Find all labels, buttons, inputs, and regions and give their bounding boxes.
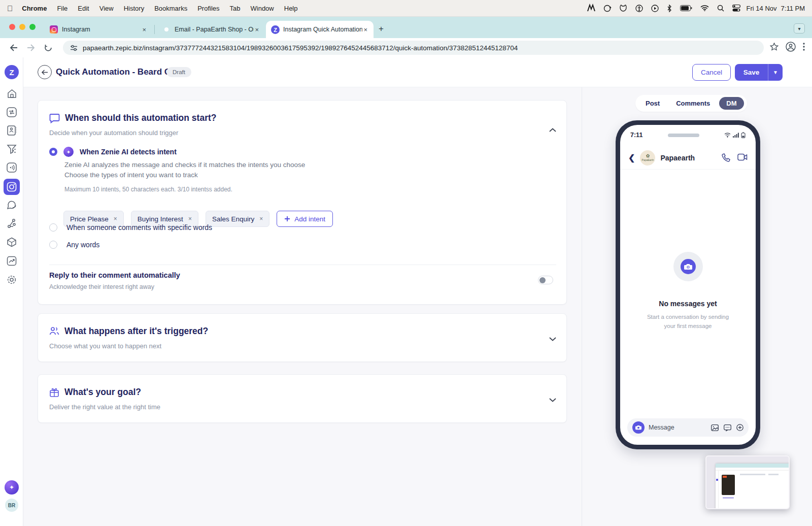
site-info-icon[interactable] [70,44,78,52]
section-goal: What's your goal? Deliver the right valu… [38,374,567,423]
forward-icon[interactable] [24,41,38,54]
spotlight-search-icon[interactable] [717,5,724,12]
url-field[interactable]: papaearth.zepic.biz/instagram/3737772443… [63,41,764,55]
zepic-logo[interactable]: Z [5,65,19,79]
sidebar-item-instagram[interactable] [4,179,20,195]
menu-history[interactable]: History [124,5,144,12]
tab-close-icon[interactable]: × [362,26,368,34]
user-avatar[interactable]: BR [5,499,18,512]
sidebar-item-settings[interactable] [6,274,18,286]
radio-option-zenie-ai[interactable]: ✦ When Zenie AI detects intent [49,147,177,157]
sidebar-item-segments[interactable] [6,143,18,155]
intent-chip[interactable]: Sales Enquiry × [206,211,269,227]
chat-header: ❮ ✿PapaEarth Papaearth [620,146,756,170]
bluetooth-icon[interactable] [667,5,672,12]
new-tab-button[interactable]: + [379,24,384,34]
page-title: Quick Automation - Beard Oil [56,67,176,77]
save-button[interactable]: Save ▼ [735,64,783,81]
radio-selected-icon[interactable] [49,148,57,156]
expand-chevron-down-icon[interactable] [549,395,556,404]
remove-intent-icon[interactable]: × [114,215,117,222]
macos-menubar:  Chrome File Edit View History Bookmark… [0,0,812,17]
menu-app-name[interactable]: Chrome [22,5,47,12]
back-icon[interactable] [7,41,20,54]
sidebar-item-flows[interactable] [6,106,18,118]
radio-unselected-icon[interactable] [49,241,57,249]
close-window-button[interactable] [9,24,15,30]
address-bar: papaearth.zepic.biz/instagram/3737772443… [0,38,812,57]
intent-limit-note: Maximum 10 intents, 50 characters each. … [64,186,232,193]
play-circle-icon[interactable] [651,5,659,12]
chrome-menu-icon[interactable] [803,43,805,53]
section-title: What's your goal? [64,387,141,398]
panel-divider [582,87,582,526]
menu-window[interactable]: Window [251,5,274,12]
url-text: papaearth.zepic.biz/instagram/3737772443… [83,44,518,52]
sidebar-item-journeys[interactable] [6,217,18,229]
remove-intent-icon[interactable]: × [188,215,192,222]
accessibility-icon[interactable] [635,5,643,12]
sidebar-item-broadcast[interactable] [6,161,18,174]
bookmark-star-icon[interactable] [770,43,779,53]
section-title: When should this automation start? [65,113,216,123]
expand-chevron-down-icon[interactable] [549,334,556,343]
save-options-chevron-icon[interactable]: ▼ [768,70,783,75]
logo-m-icon[interactable] [587,5,595,12]
apple-menu-icon[interactable]:  [7,4,13,13]
battery-icon[interactable] [680,5,692,11]
sidebar-item-inbox[interactable] [6,199,18,211]
back-button[interactable] [38,65,52,79]
empty-state-title: No messages yet [659,300,717,308]
status-badge: Draft [166,67,191,77]
menu-view[interactable]: View [99,5,114,12]
radio-option-specific-words[interactable]: When someone comments with specific word… [49,223,212,232]
phone-call-icon[interactable] [721,153,730,162]
menu-profiles[interactable]: Profiles [197,5,219,12]
remove-intent-icon[interactable]: × [259,215,263,222]
wifi-icon [724,133,731,138]
tab-close-icon[interactable]: × [254,26,260,34]
tab-quick-automation[interactable]: Z Instagram Quick Automation × [266,21,374,38]
sidebar-item-analytics[interactable] [6,255,18,267]
minimize-window-button[interactable] [19,24,25,30]
tab-search-chevron-icon[interactable]: ▾ [794,23,805,34]
menubar-time[interactable]: 7:11 PM [781,5,805,12]
sync-icon[interactable] [603,5,611,12]
collapse-chevron-up-icon[interactable] [549,125,556,134]
chevron-left-icon[interactable]: ❮ [628,153,635,162]
sidebar-item-home[interactable] [6,87,18,100]
image-icon [711,424,719,431]
camera-icon [681,259,696,274]
wifi-icon[interactable] [700,5,709,11]
sidebar-item-contacts[interactable] [6,124,18,137]
tab-close-icon[interactable]: × [141,26,147,34]
menu-edit[interactable]: Edit [78,5,89,12]
radio-option-any-words[interactable]: Any words [49,241,99,249]
reload-icon[interactable] [42,41,55,54]
control-center-icon[interactable] [732,5,740,12]
instagram-favicon [50,25,58,34]
maximize-window-button[interactable] [29,24,36,30]
add-intent-button[interactable]: Add intent [277,211,333,227]
menubar-date[interactable]: Fri 14 Nov [747,5,777,12]
app-sidebar: Z ✦ B [0,57,23,526]
tab-email[interactable]: Email - PapaEarth Shop - Out × [157,21,265,38]
profile-icon[interactable] [786,42,796,54]
sidebar-item-products[interactable] [6,236,18,248]
cat-icon[interactable] [619,5,627,12]
camera-button-icon [632,421,645,434]
zenie-ai-button[interactable]: ✦ [5,480,19,495]
screenshot-thumbnail[interactable] [705,455,790,509]
reply-toggle[interactable] [538,276,553,284]
tab-comments[interactable]: Comments [669,97,717,110]
cancel-button[interactable]: Cancel [692,64,731,81]
menu-bookmarks[interactable]: Bookmarks [154,5,187,12]
menu-tab[interactable]: Tab [230,5,241,12]
menu-file[interactable]: File [57,5,67,12]
tab-instagram[interactable]: Instagram × [45,21,152,38]
video-call-icon[interactable] [737,153,748,161]
tab-dm[interactable]: DM [719,97,743,110]
radio-unselected-icon[interactable] [49,223,57,232]
tab-post[interactable]: Post [638,97,667,110]
menu-help[interactable]: Help [284,5,298,12]
